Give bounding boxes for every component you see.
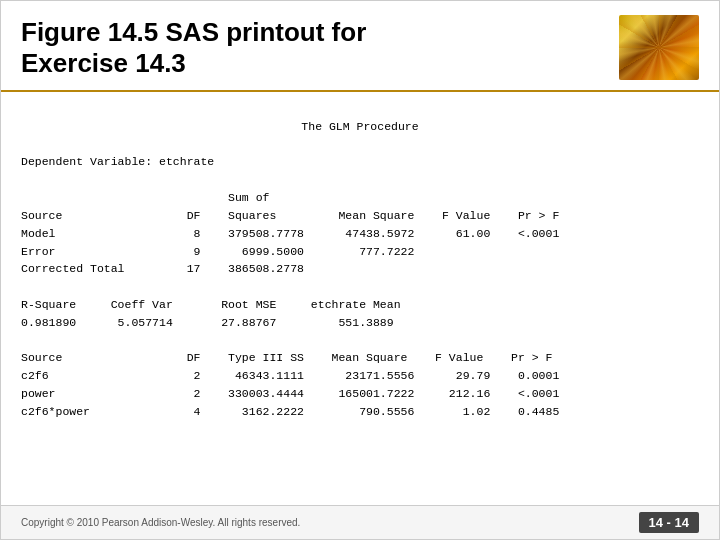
sas-output: The GLM Procedure Dependent Variable: et…: [21, 100, 699, 501]
col-header-sum: Sum of: [21, 191, 269, 204]
figure-label: Figure 14.5: [21, 17, 158, 47]
slide-header: Figure 14.5 SAS printout for Exercise 14…: [1, 1, 719, 92]
title-sas: SAS printout for: [166, 17, 367, 47]
stats-values: 0.981890 5.057714 27.88767 551.3889: [21, 316, 394, 329]
header-text: Figure 14.5 SAS printout for Exercise 14…: [21, 17, 619, 79]
slide-title: Figure 14.5 SAS printout for Exercise 14…: [21, 17, 619, 79]
slide-footer: Copyright © 2010 Pearson Addison-Wesley.…: [1, 505, 719, 539]
title-exercise: Exercise 14.3: [21, 48, 186, 78]
stats-col-header: R-Square Coeff Var Root MSE etchrate Mea…: [21, 298, 401, 311]
type3-col-header: Source DF Type III SS Mean Square F Valu…: [21, 351, 552, 364]
slide: Figure 14.5 SAS printout for Exercise 14…: [0, 0, 720, 540]
corrected-total-row: Corrected Total 17 386508.2778: [21, 262, 304, 275]
dependent-var: Dependent Variable: etchrate: [21, 155, 214, 168]
copyright-text: Copyright © 2010 Pearson Addison-Wesley.…: [21, 517, 300, 528]
error-row: Error 9 6999.5000 777.7222: [21, 245, 414, 258]
c2f6-row: c2f6 2 46343.1111 23171.5556 29.79 0.000…: [21, 369, 559, 382]
model-row: Model 8 379508.7778 47438.5972 61.00 <.0…: [21, 227, 559, 240]
power-row: power 2 330003.4444 165001.7222 212.16 <…: [21, 387, 559, 400]
procedure-title: The GLM Procedure: [21, 118, 699, 136]
c2f6power-row: c2f6*power 4 3162.2222 790.5556 1.02 0.4…: [21, 405, 559, 418]
main-content: The GLM Procedure Dependent Variable: et…: [1, 92, 719, 505]
col-header-row: Source DF Squares Mean Square F Value Pr…: [21, 209, 559, 222]
decorative-image: [619, 15, 699, 80]
page-number: 14 - 14: [639, 512, 699, 533]
